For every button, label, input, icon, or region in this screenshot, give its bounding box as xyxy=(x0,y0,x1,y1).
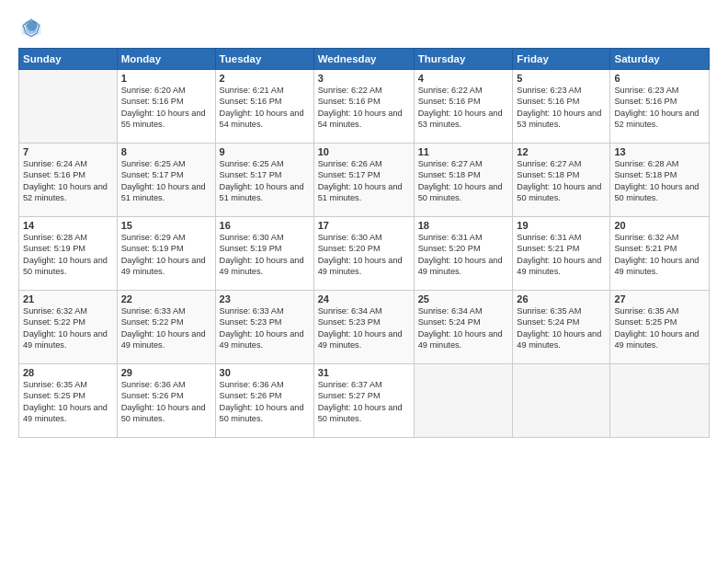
calendar-cell xyxy=(414,364,513,438)
calendar-week-5: 28 Sunrise: 6:35 AMSunset: 5:25 PMDaylig… xyxy=(19,364,710,438)
day-info: Sunrise: 6:29 AMSunset: 5:19 PMDaylight:… xyxy=(121,232,211,278)
calendar-cell: 29 Sunrise: 6:36 AMSunset: 5:26 PMDaylig… xyxy=(117,364,215,438)
day-number: 31 xyxy=(318,367,410,378)
day-info: Sunrise: 6:33 AMSunset: 5:22 PMDaylight:… xyxy=(121,305,211,351)
day-info: Sunrise: 6:30 AMSunset: 5:19 PMDaylight:… xyxy=(220,232,310,278)
calendar: SundayMondayTuesdayWednesdayThursdayFrid… xyxy=(18,48,710,438)
calendar-cell: 22 Sunrise: 6:33 AMSunset: 5:22 PMDaylig… xyxy=(117,291,215,364)
calendar-cell: 31 Sunrise: 6:37 AMSunset: 5:27 PMDaylig… xyxy=(313,364,414,438)
day-number: 29 xyxy=(121,367,211,378)
day-number: 12 xyxy=(517,146,606,157)
day-number: 22 xyxy=(121,293,211,304)
day-info: Sunrise: 6:23 AMSunset: 5:16 PMDaylight:… xyxy=(517,85,606,131)
calendar-week-2: 7 Sunrise: 6:24 AMSunset: 5:16 PMDayligh… xyxy=(19,144,710,217)
calendar-cell: 2 Sunrise: 6:21 AMSunset: 5:16 PMDayligh… xyxy=(215,70,313,144)
day-number: 1 xyxy=(121,73,211,84)
calendar-cell: 18 Sunrise: 6:31 AMSunset: 5:20 PMDaylig… xyxy=(414,217,513,291)
calendar-cell: 28 Sunrise: 6:35 AMSunset: 5:25 PMDaylig… xyxy=(19,364,118,438)
day-info: Sunrise: 6:28 AMSunset: 5:19 PMDaylight:… xyxy=(23,232,113,278)
calendar-header-thursday: Thursday xyxy=(414,49,513,70)
day-number: 8 xyxy=(121,146,211,157)
calendar-cell: 10 Sunrise: 6:26 AMSunset: 5:17 PMDaylig… xyxy=(313,144,414,217)
day-info: Sunrise: 6:25 AMSunset: 5:17 PMDaylight:… xyxy=(220,158,310,204)
calendar-header-wednesday: Wednesday xyxy=(313,49,414,70)
calendar-cell: 30 Sunrise: 6:36 AMSunset: 5:26 PMDaylig… xyxy=(215,364,313,438)
calendar-cell: 11 Sunrise: 6:27 AMSunset: 5:18 PMDaylig… xyxy=(414,144,513,217)
calendar-cell: 20 Sunrise: 6:32 AMSunset: 5:21 PMDaylig… xyxy=(610,217,710,291)
day-number: 30 xyxy=(220,367,310,378)
calendar-week-1: 1 Sunrise: 6:20 AMSunset: 5:16 PMDayligh… xyxy=(19,70,710,144)
calendar-cell: 25 Sunrise: 6:34 AMSunset: 5:24 PMDaylig… xyxy=(414,291,513,364)
day-info: Sunrise: 6:28 AMSunset: 5:18 PMDaylight:… xyxy=(614,158,705,204)
day-info: Sunrise: 6:35 AMSunset: 5:24 PMDaylight:… xyxy=(517,305,606,351)
day-info: Sunrise: 6:27 AMSunset: 5:18 PMDaylight:… xyxy=(418,158,509,204)
day-info: Sunrise: 6:30 AMSunset: 5:20 PMDaylight:… xyxy=(318,232,410,278)
day-number: 26 xyxy=(517,293,606,304)
day-number: 5 xyxy=(517,73,606,84)
calendar-cell: 6 Sunrise: 6:23 AMSunset: 5:16 PMDayligh… xyxy=(610,70,710,144)
day-info: Sunrise: 6:34 AMSunset: 5:24 PMDaylight:… xyxy=(418,305,509,351)
calendar-cell: 19 Sunrise: 6:31 AMSunset: 5:21 PMDaylig… xyxy=(513,217,610,291)
day-number: 18 xyxy=(418,220,509,231)
day-number: 14 xyxy=(23,220,113,231)
day-number: 24 xyxy=(318,293,410,304)
day-info: Sunrise: 6:22 AMSunset: 5:16 PMDaylight:… xyxy=(418,85,509,131)
day-number: 25 xyxy=(418,293,509,304)
day-number: 11 xyxy=(418,146,509,157)
calendar-cell: 14 Sunrise: 6:28 AMSunset: 5:19 PMDaylig… xyxy=(19,217,118,291)
calendar-cell: 15 Sunrise: 6:29 AMSunset: 5:19 PMDaylig… xyxy=(117,217,215,291)
day-number: 6 xyxy=(614,73,705,84)
day-info: Sunrise: 6:33 AMSunset: 5:23 PMDaylight:… xyxy=(220,305,310,351)
day-number: 15 xyxy=(121,220,211,231)
header xyxy=(18,15,710,40)
day-info: Sunrise: 6:21 AMSunset: 5:16 PMDaylight:… xyxy=(220,85,310,131)
calendar-cell: 1 Sunrise: 6:20 AMSunset: 5:16 PMDayligh… xyxy=(117,70,215,144)
day-info: Sunrise: 6:31 AMSunset: 5:21 PMDaylight:… xyxy=(517,232,606,278)
calendar-cell xyxy=(610,364,710,438)
day-info: Sunrise: 6:20 AMSunset: 5:16 PMDaylight:… xyxy=(121,85,211,131)
calendar-cell: 13 Sunrise: 6:28 AMSunset: 5:18 PMDaylig… xyxy=(610,144,710,217)
day-info: Sunrise: 6:22 AMSunset: 5:16 PMDaylight:… xyxy=(318,85,410,131)
calendar-week-4: 21 Sunrise: 6:32 AMSunset: 5:22 PMDaylig… xyxy=(19,291,710,364)
calendar-cell: 3 Sunrise: 6:22 AMSunset: 5:16 PMDayligh… xyxy=(313,70,414,144)
calendar-header-saturday: Saturday xyxy=(610,49,710,70)
day-info: Sunrise: 6:23 AMSunset: 5:16 PMDaylight:… xyxy=(614,85,705,131)
day-info: Sunrise: 6:35 AMSunset: 5:25 PMDaylight:… xyxy=(614,305,705,351)
day-number: 17 xyxy=(318,220,410,231)
calendar-cell: 24 Sunrise: 6:34 AMSunset: 5:23 PMDaylig… xyxy=(313,291,414,364)
calendar-header-tuesday: Tuesday xyxy=(215,49,313,70)
logo xyxy=(18,15,48,40)
day-number: 19 xyxy=(517,220,606,231)
day-number: 9 xyxy=(220,146,310,157)
day-info: Sunrise: 6:34 AMSunset: 5:23 PMDaylight:… xyxy=(318,305,410,351)
day-number: 2 xyxy=(220,73,310,84)
calendar-cell: 16 Sunrise: 6:30 AMSunset: 5:19 PMDaylig… xyxy=(215,217,313,291)
calendar-cell: 21 Sunrise: 6:32 AMSunset: 5:22 PMDaylig… xyxy=(19,291,118,364)
day-number: 7 xyxy=(23,146,113,157)
calendar-cell: 12 Sunrise: 6:27 AMSunset: 5:18 PMDaylig… xyxy=(513,144,610,217)
calendar-cell: 27 Sunrise: 6:35 AMSunset: 5:25 PMDaylig… xyxy=(610,291,710,364)
calendar-header-row: SundayMondayTuesdayWednesdayThursdayFrid… xyxy=(19,49,710,70)
calendar-cell: 23 Sunrise: 6:33 AMSunset: 5:23 PMDaylig… xyxy=(215,291,313,364)
day-info: Sunrise: 6:25 AMSunset: 5:17 PMDaylight:… xyxy=(121,158,211,204)
calendar-header-sunday: Sunday xyxy=(19,49,118,70)
day-info: Sunrise: 6:31 AMSunset: 5:20 PMDaylight:… xyxy=(418,232,509,278)
day-number: 28 xyxy=(23,367,113,378)
day-number: 4 xyxy=(418,73,509,84)
day-number: 10 xyxy=(318,146,410,157)
page: SundayMondayTuesdayWednesdayThursdayFrid… xyxy=(0,0,728,563)
calendar-cell: 7 Sunrise: 6:24 AMSunset: 5:16 PMDayligh… xyxy=(19,144,118,217)
day-number: 21 xyxy=(23,293,113,304)
day-info: Sunrise: 6:35 AMSunset: 5:25 PMDaylight:… xyxy=(23,379,113,425)
day-info: Sunrise: 6:37 AMSunset: 5:27 PMDaylight:… xyxy=(318,379,410,425)
day-info: Sunrise: 6:32 AMSunset: 5:22 PMDaylight:… xyxy=(23,305,113,351)
day-info: Sunrise: 6:36 AMSunset: 5:26 PMDaylight:… xyxy=(220,379,310,425)
calendar-week-3: 14 Sunrise: 6:28 AMSunset: 5:19 PMDaylig… xyxy=(19,217,710,291)
calendar-cell: 4 Sunrise: 6:22 AMSunset: 5:16 PMDayligh… xyxy=(414,70,513,144)
day-number: 16 xyxy=(220,220,310,231)
calendar-header-monday: Monday xyxy=(117,49,215,70)
day-info: Sunrise: 6:32 AMSunset: 5:21 PMDaylight:… xyxy=(614,232,705,278)
calendar-cell xyxy=(19,70,118,144)
day-info: Sunrise: 6:27 AMSunset: 5:18 PMDaylight:… xyxy=(517,158,606,204)
calendar-cell: 9 Sunrise: 6:25 AMSunset: 5:17 PMDayligh… xyxy=(215,144,313,217)
